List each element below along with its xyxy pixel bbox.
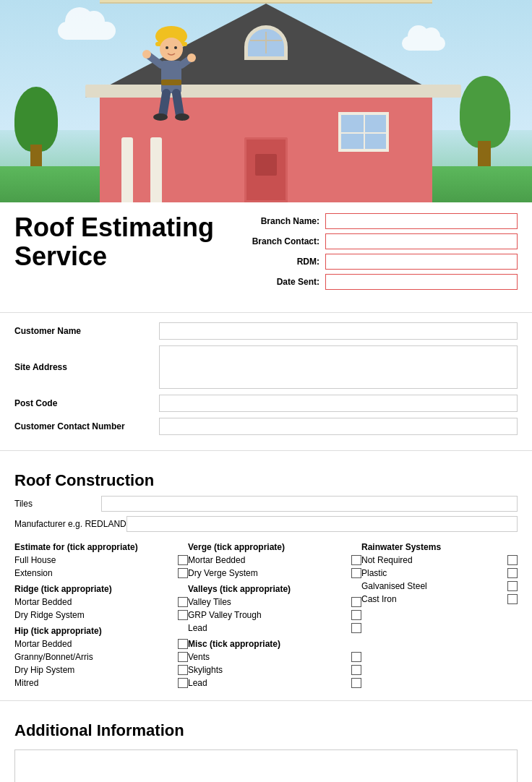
hip-dry-checkbox[interactable]	[178, 665, 188, 675]
svg-point-2	[160, 38, 183, 61]
valley-lead: Lead	[188, 623, 361, 633]
rainwater-cast-iron: Cast Iron	[361, 594, 518, 604]
header-row: Roof Estimating Service Branch Name: Bra…	[0, 202, 532, 301]
tiles-label: Tiles	[14, 499, 101, 509]
rainwater-galvanised-checkbox[interactable]	[507, 581, 518, 591]
estimate-extension: Extension	[14, 568, 188, 578]
hip-mortar: Mortar Bedded	[14, 639, 188, 649]
misc-skylights-checkbox[interactable]	[351, 665, 361, 675]
header-illustration	[0, 0, 532, 202]
misc-title: Misc (tick appropriate)	[188, 639, 361, 649]
branch-name-row: Branch Name:	[246, 213, 518, 229]
hip-mortar-checkbox[interactable]	[178, 639, 188, 649]
valleys-title: Valleys (tick appropriate)	[188, 584, 361, 594]
svg-point-3	[166, 46, 168, 49]
roof-construction-section: Roof Construction Tiles Manufacturer e.g…	[0, 457, 532, 695]
branch-contact-label: Branch Contact:	[246, 236, 325, 246]
tree-right	[460, 80, 510, 173]
misc-skylights: Skylights	[188, 665, 361, 675]
date-sent-label: Date Sent:	[246, 277, 325, 287]
svg-point-10	[187, 53, 196, 62]
svg-point-13	[153, 113, 168, 121]
full-house-checkbox[interactable]	[178, 555, 188, 565]
ridge-mortar: Mortar Bedded	[14, 597, 188, 607]
construction-grid: Estimate for (tick appropriate) Full Hou…	[14, 536, 518, 691]
rainwater-title: Rainwater Systems	[361, 542, 518, 552]
verge-title: Verge (tick appropriate)	[188, 542, 361, 552]
rainwater-plastic-checkbox[interactable]	[507, 568, 518, 578]
post-code-input[interactable]	[159, 395, 518, 412]
verge-mortar: Mortar Bedded	[188, 555, 361, 565]
misc-vents: Vents	[188, 652, 361, 662]
valley-tiles-checkbox[interactable]	[351, 597, 361, 607]
contact-number-label: Customer Contact Number	[14, 421, 159, 431]
svg-point-4	[174, 46, 177, 49]
contact-number-row: Customer Contact Number	[14, 418, 518, 435]
verge-dry: Dry Verge System	[188, 568, 361, 578]
svg-point-14	[175, 113, 189, 121]
additional-info-textarea[interactable]	[14, 749, 518, 782]
ridge-dry: Dry Ridge System	[14, 610, 188, 620]
col-right: Rainwater Systems Not Required Plastic G…	[361, 536, 518, 691]
hip-granny-checkbox[interactable]	[178, 652, 188, 662]
post-code-label: Post Code	[14, 398, 159, 408]
hip-title: Hip (tick appropriate)	[14, 626, 188, 636]
rainwater-cast-iron-checkbox[interactable]	[507, 594, 518, 604]
site-address-label: Site Address	[14, 362, 159, 372]
branch-section: Branch Name: Branch Contact: RDM: Date S…	[231, 213, 518, 294]
misc-vents-checkbox[interactable]	[351, 652, 361, 662]
door	[244, 137, 288, 202]
branch-name-label: Branch Name:	[246, 216, 325, 226]
worker-figure	[141, 22, 202, 123]
main-title: Roof Estimating Service	[14, 213, 231, 270]
customer-name-input[interactable]	[159, 322, 518, 340]
customer-name-row: Customer Name	[14, 322, 518, 340]
additional-info-title: Additional Information	[14, 721, 518, 740]
window-right	[338, 112, 389, 152]
estimate-full-house: Full House	[14, 555, 188, 565]
column-1	[121, 137, 133, 202]
col-left: Estimate for (tick appropriate) Full Hou…	[14, 536, 188, 691]
contact-number-input[interactable]	[159, 418, 518, 435]
valley-tiles: Valley Tiles	[188, 597, 361, 607]
branch-name-input[interactable]	[325, 213, 518, 229]
extension-checkbox[interactable]	[178, 568, 188, 578]
valley-lead-checkbox[interactable]	[351, 623, 361, 633]
misc-lead: Lead	[188, 678, 361, 688]
rdm-row: RDM:	[246, 254, 518, 270]
hip-mitred-checkbox[interactable]	[178, 678, 188, 688]
column-2	[150, 137, 162, 202]
rainwater-not-required-checkbox[interactable]	[507, 555, 518, 565]
hip-dry: Dry Hip System	[14, 665, 188, 675]
rainwater-not-required: Not Required	[361, 555, 518, 565]
date-sent-input[interactable]	[325, 274, 518, 290]
customer-name-label: Customer Name	[14, 326, 159, 336]
customer-fields-section: Customer Name Site Address Post Code Cus…	[0, 319, 532, 444]
house	[85, 4, 447, 202]
verge-mortar-checkbox[interactable]	[351, 555, 361, 565]
svg-rect-6	[161, 80, 181, 85]
title-section: Roof Estimating Service	[14, 213, 231, 270]
post-code-row: Post Code	[14, 395, 518, 412]
branch-contact-input[interactable]	[325, 233, 518, 249]
manufacturer-input[interactable]	[126, 516, 518, 532]
ridge-dry-checkbox[interactable]	[178, 610, 188, 620]
col-mid: Verge (tick appropriate) Mortar Bedded D…	[188, 536, 361, 691]
date-sent-row: Date Sent:	[246, 274, 518, 290]
rainwater-galvanised: Galvanised Steel	[361, 581, 518, 591]
tiles-input[interactable]	[101, 496, 518, 512]
verge-dry-checkbox[interactable]	[351, 568, 361, 578]
ridge-mortar-checkbox[interactable]	[178, 597, 188, 607]
site-address-input[interactable]	[159, 345, 518, 389]
hip-mitred: Mitred	[14, 678, 188, 688]
tree-left	[14, 87, 58, 173]
tiles-row: Tiles	[14, 496, 518, 512]
rainwater-plastic: Plastic	[361, 568, 518, 578]
misc-lead-checkbox[interactable]	[351, 678, 361, 688]
branch-contact-row: Branch Contact:	[246, 233, 518, 249]
valley-grp-checkbox[interactable]	[351, 610, 361, 620]
rdm-input[interactable]	[325, 254, 518, 270]
hip-granny: Granny/Bonnet/Arris	[14, 652, 188, 662]
site-address-row: Site Address	[14, 345, 518, 389]
valley-grp: GRP Valley Trough	[188, 610, 361, 620]
